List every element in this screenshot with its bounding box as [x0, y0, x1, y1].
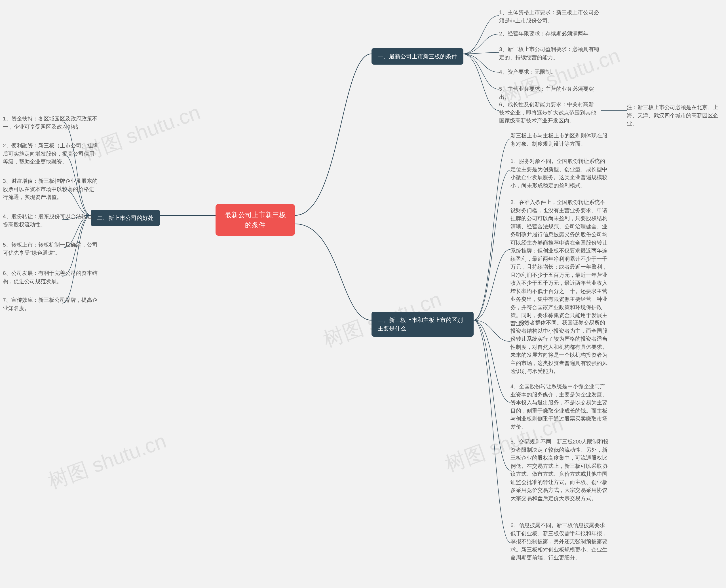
- root-node[interactable]: 最新公司上市新三板的条件: [216, 204, 295, 236]
- branch-2-item-3: 3、财富增值：新三板挂牌企业及股东的股票可以在资本市场中以较高的价格进行流通，实…: [3, 177, 99, 202]
- branch-1-item-5: 5、主营业务要求：主营的业务必须要突出。: [499, 85, 601, 101]
- branch-2-item-7: 7、宣传效应：新三板公司品牌，提高企业知名度。: [3, 296, 99, 312]
- branch-3-title: 三、新三板上市和主板上市的区别主要是什么: [378, 317, 463, 332]
- branch-3-item-1: 1、服务对象不同。全国股份转让系统的定位主要是为创新型、创业型、成长型中小微企业…: [510, 157, 610, 190]
- branch-3-item-5: 5、交易规则不同。新三板200人限制和投资者限制决定了较低的流动性。另外，新三板…: [510, 438, 610, 502]
- branch-3-item-0: 新三板上市与主板上市的区别则体现在服务对象、制度规则设计等方面。: [510, 132, 610, 148]
- root-title: 最新公司上市新三板的条件: [225, 211, 286, 229]
- branch-1-item-4: 4、资产要求：无限制。: [499, 68, 556, 76]
- branch-1-note: 注：新三板上市公司必须是在北京、上海、天津、武汉四个城市的高新园区企业。: [627, 103, 720, 128]
- branch-1-item-2: 2、经营年限要求：存续期必须满两年。: [499, 30, 594, 38]
- branch-2-item-5: 5、转板上市：转板机制一旦确定，公司可优先享受"绿色通道"。: [3, 241, 99, 257]
- branch-2-item-6: 6、公司发展：有利于完善公司的资本结构，促进公司规范发展。: [3, 269, 99, 285]
- branch-2-item-4: 4、股份转让：股东股份可以合法转让，提高股权流动性。: [3, 212, 99, 229]
- branch-3-item-6: 6、信息披露不同。新三板信息披露要求低于创业板。新三板仅需半年报和年报，季报不强…: [510, 521, 610, 562]
- branch-2-title: 二、新上市公司的好处: [97, 215, 154, 221]
- branch-3-item-2: 2、在准入条件上，全国股份转让系统不设财务门槛，也没有主营业务要求。申请挂牌的公…: [510, 198, 610, 328]
- branch-2[interactable]: 二、新上市公司的好处: [91, 210, 160, 226]
- branch-2-item-2: 2、便利融资：新三板（上市公司）挂牌后可实施定向增发股份，提高公司信用等级，帮助…: [3, 142, 99, 166]
- branch-1[interactable]: 一、最新公司上市新三板的条件: [371, 48, 463, 65]
- branch-1-item-1: 1、主体资格上市要求：新三板上市公司必须是非上市股份公司。: [499, 8, 601, 25]
- branch-2-item-1: 1、资金扶持：各区域园区及政府政策不一，企业可享受园区及政府补贴。: [3, 115, 99, 131]
- branch-3-item-4: 4、全国股份转让系统是中小微企业与产业资本的服务媒介，主要是为企业发展、资本投入…: [510, 382, 610, 431]
- watermark: 树图 shutu.cn: [44, 427, 170, 495]
- branch-3[interactable]: 三、新三板上市和主板上市的区别主要是什么: [371, 312, 473, 337]
- mindmap-connectors: [0, 0, 726, 588]
- branch-1-title: 一、最新公司上市新三板的条件: [378, 53, 457, 60]
- branch-1-item-3: 3、新三板上市公司盈利要求：必须具有稳定的、持续经营的能力。: [499, 45, 601, 62]
- branch-1-item-6: 6、成长性及创新能力要求：中关村高新技术企业，即将逐步扩大试点范围到其他国家级高…: [499, 101, 598, 125]
- branch-3-item-3: 3、投资者群体不同。我国证券交易所的投资者结构以中小投资者为主，而全国股份转让系…: [510, 319, 610, 376]
